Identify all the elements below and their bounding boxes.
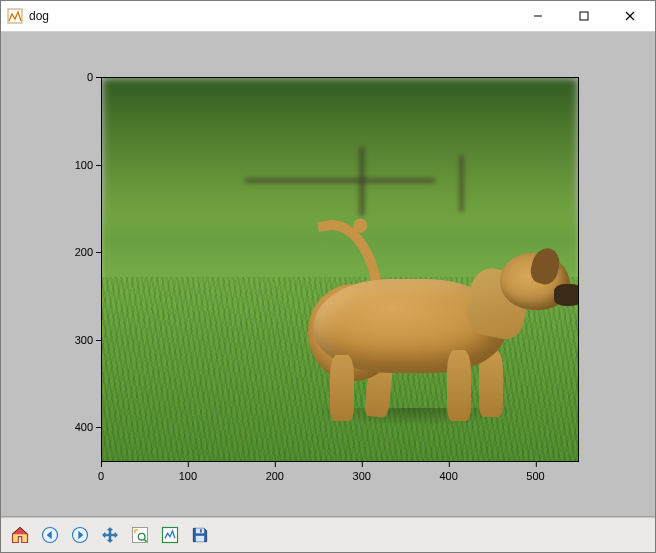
y-tick-label: 400 (53, 421, 101, 433)
nav-toolbar (1, 517, 655, 552)
x-tick-label: 200 (266, 462, 284, 482)
pan-button[interactable] (95, 520, 125, 550)
pan-icon (100, 525, 120, 545)
app-window: dog (0, 0, 656, 553)
minimize-button[interactable] (515, 1, 561, 31)
subplots-icon (160, 525, 180, 545)
forward-button[interactable] (65, 520, 95, 550)
x-tick-label: 0 (98, 462, 104, 482)
displayed-image (101, 77, 579, 462)
x-tick-label: 400 (439, 462, 457, 482)
zoom-button[interactable] (125, 520, 155, 550)
close-button[interactable] (607, 1, 653, 31)
figure-canvas[interactable]: 01002003004000100200300400500 (1, 32, 655, 517)
svg-rect-13 (200, 529, 202, 532)
y-tick-label: 300 (53, 334, 101, 346)
back-button[interactable] (35, 520, 65, 550)
y-tick-label: 0 (53, 71, 101, 83)
image-subject-dog (292, 208, 559, 430)
titlebar: dog (1, 1, 655, 32)
back-icon (40, 525, 60, 545)
y-tick-label: 200 (53, 246, 101, 258)
home-icon (10, 525, 30, 545)
configure-subplots-button[interactable] (155, 520, 185, 550)
plot-area: 01002003004000100200300400500 (21, 37, 635, 506)
maximize-button[interactable] (561, 1, 607, 31)
forward-icon (70, 525, 90, 545)
save-icon (190, 525, 210, 545)
x-tick-label: 300 (353, 462, 371, 482)
zoom-icon (130, 525, 150, 545)
window-title: dog (29, 9, 49, 23)
axes: 01002003004000100200300400500 (101, 77, 579, 462)
app-icon (7, 8, 23, 24)
svg-rect-2 (580, 12, 588, 20)
svg-rect-12 (196, 536, 204, 542)
save-button[interactable] (185, 520, 215, 550)
x-tick-label: 100 (179, 462, 197, 482)
home-button[interactable] (5, 520, 35, 550)
y-tick-label: 100 (53, 159, 101, 171)
x-tick-label: 500 (526, 462, 544, 482)
